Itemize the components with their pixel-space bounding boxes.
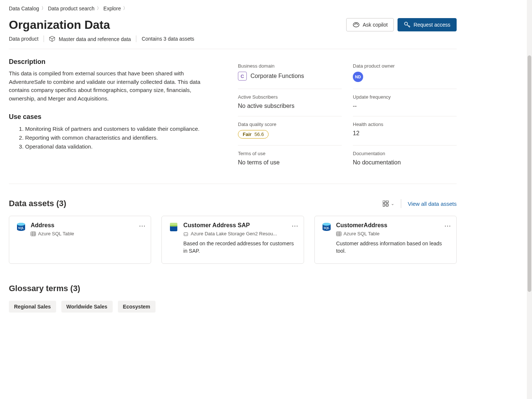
divider (136, 35, 136, 42)
quality-pill: Fair 56.6 (238, 130, 269, 139)
ask-copilot-button[interactable]: Ask copilot (346, 18, 394, 31)
key-icon (404, 21, 410, 28)
health-label: Health actions (353, 122, 457, 127)
docs-label: Documentation (353, 151, 457, 156)
domain-badge-icon: C (238, 72, 247, 81)
grid-icon (383, 201, 389, 207)
sql-icon (16, 222, 26, 232)
sql-icon (321, 222, 332, 232)
use-case-item: Operational data validation. (25, 142, 216, 151)
asset-description: Based on the recorded addresses for cust… (183, 240, 297, 255)
scrollbar-thumb[interactable] (528, 55, 531, 292)
breadcrumb-item-search[interactable]: Data product search (48, 6, 95, 11)
subscribers-value: No active subscribers (238, 103, 342, 109)
copilot-icon (352, 21, 360, 28)
table-icon (31, 232, 36, 236)
chevron-right-icon: 〉 (123, 5, 127, 11)
asset-type: Azure SQL Table (344, 231, 380, 236)
subscribers-label: Active Subscribers (238, 94, 342, 100)
health-value: 12 (353, 130, 457, 137)
scrollbar-track[interactable] (527, 0, 532, 399)
breadcrumb-item-catalog[interactable]: Data Catalog (9, 6, 39, 11)
use-case-item: Reporting with common characteristics an… (25, 133, 216, 142)
docs-value: No documentation (353, 159, 457, 166)
quality-label: Data quality score (238, 122, 342, 127)
owner-avatar[interactable]: ND (353, 72, 363, 82)
description-text: This data is compiled from external sour… (9, 69, 216, 103)
view-toggle[interactable]: ⌄ (383, 201, 394, 207)
card-more-button[interactable]: ··· (444, 222, 451, 230)
asset-card[interactable]: ··· Address Azure SQL Table (9, 216, 151, 264)
chevron-right-icon: 〉 (97, 5, 101, 11)
terms-label: Terms of use (238, 151, 342, 156)
divider (44, 35, 44, 42)
business-domain-label: Business domain (238, 63, 342, 69)
asset-title: Customer Address SAP (183, 222, 297, 229)
asset-card[interactable]: ··· CustomerAddress Azure SQL Table Cust… (314, 216, 457, 264)
glossary-heading: Glossary terms (3) (9, 284, 457, 293)
asset-type: Azure SQL Table (38, 231, 74, 236)
terms-value: No terms of use (238, 159, 342, 166)
description-heading: Description (9, 58, 216, 66)
asset-title: Address (31, 222, 74, 229)
asset-type: Azure Data Lake Storage Gen2 Resou... (191, 231, 277, 236)
quality-score: 56.6 (255, 132, 264, 137)
asset-card[interactable]: ··· Customer Address SAP Azure Data Lake… (161, 216, 304, 264)
card-more-button[interactable]: ··· (292, 222, 299, 230)
quality-rating: Fair (243, 132, 252, 137)
product-category: Master data and reference data (59, 36, 131, 42)
asset-count-label: Contains 3 data assets (141, 36, 194, 42)
card-more-button[interactable]: ··· (139, 222, 146, 230)
frequency-value: -- (353, 103, 457, 109)
owner-label: Data product owner (353, 63, 457, 69)
view-all-assets-link[interactable]: View all data assets (408, 201, 457, 207)
frequency-label: Update frequency (353, 94, 457, 100)
business-domain-value: Corporate Functions (250, 73, 304, 79)
data-assets-heading: Data assets (3) (9, 199, 66, 208)
page-title: Organization Data (9, 18, 194, 32)
ask-copilot-label: Ask copilot (363, 22, 388, 28)
request-access-button[interactable]: Request access (398, 18, 457, 31)
glossary-term[interactable]: Worldwide Sales (61, 301, 113, 313)
cube-icon (49, 36, 55, 42)
product-type-label: Data product (9, 36, 38, 42)
chevron-down-icon: ⌄ (391, 201, 394, 206)
resource-icon (183, 232, 188, 236)
breadcrumb-item-explore[interactable]: Explore (103, 6, 121, 11)
glossary-term[interactable]: Regional Sales (9, 301, 56, 313)
adls-icon (168, 222, 179, 232)
asset-title: CustomerAddress (336, 222, 450, 229)
divider (401, 199, 401, 208)
use-cases-heading: Use cases (9, 113, 216, 121)
table-icon (336, 232, 341, 236)
glossary-term[interactable]: Ecosystem (118, 301, 156, 313)
breadcrumb: Data Catalog 〉 Data product search 〉 Exp… (0, 0, 466, 15)
asset-description: Customer address information based on le… (336, 240, 450, 255)
chevron-right-icon: 〉 (41, 5, 46, 11)
request-access-label: Request access (413, 22, 450, 28)
use-case-item: Monitoring Risk of partners and customer… (25, 125, 216, 133)
